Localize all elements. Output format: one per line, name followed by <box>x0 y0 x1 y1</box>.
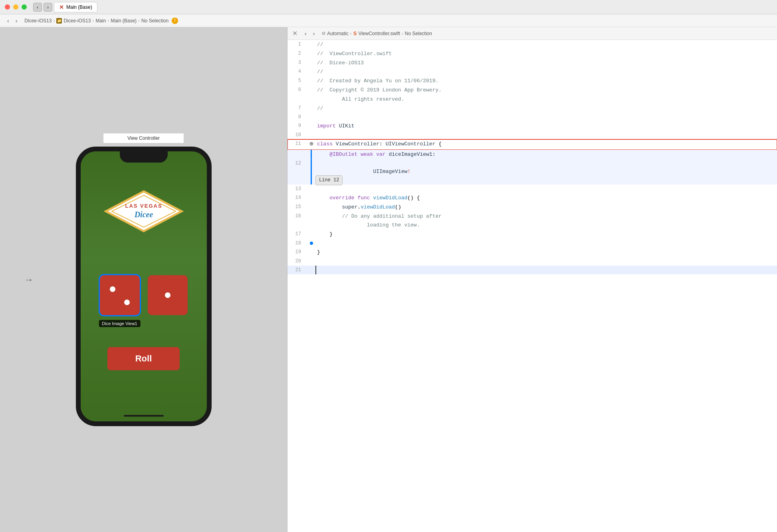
code-line-16b: loading the view. <box>287 220 777 230</box>
roll-button[interactable]: Roll <box>107 347 180 370</box>
gutter-7 <box>307 104 315 113</box>
dice-area: Dice Image View1 <box>100 275 188 315</box>
code-line-12b: 12 UIImageView! Line 12 <box>287 159 777 185</box>
code-4: // <box>315 67 777 76</box>
breadcrumb-item-1[interactable]: Dicee-iOS13 <box>24 18 52 24</box>
svg-text:Dicee: Dicee <box>134 210 153 219</box>
dice-label: Dice Image View1 <box>99 320 140 327</box>
breakpoint-dot <box>310 242 313 245</box>
code-line-10: 10 <box>287 131 777 139</box>
code-line-11: 11 ⊕ class ViewController: UIViewControl… <box>287 139 777 150</box>
ln-16: 16 <box>287 212 307 221</box>
close-button[interactable] <box>5 4 10 10</box>
ln-20: 20 <box>287 257 307 266</box>
gutter-9 <box>307 121 315 131</box>
breadcrumb-bar: ‹ › Dicee-iOS13 › 📁 Dicee-iOS13 › Main ›… <box>0 14 777 27</box>
add-icon[interactable]: ⊕ <box>309 139 313 150</box>
code-10 <box>315 131 777 139</box>
ln-21: 21 <box>287 266 307 274</box>
gutter-4 <box>307 67 315 76</box>
code-filename[interactable]: ViewController.swift <box>358 31 400 36</box>
code-back[interactable]: ‹ <box>302 30 309 38</box>
svg-text:LAS VEGAS: LAS VEGAS <box>125 203 162 209</box>
gutter-6b <box>307 95 315 104</box>
code-8 <box>315 113 777 121</box>
code-line-17: 17 } <box>287 230 777 239</box>
code-line-19: 19 } <box>287 248 777 257</box>
code-line-4: 4 // <box>287 67 777 76</box>
gutter-16b <box>307 220 315 230</box>
code-sep2: › <box>402 31 403 36</box>
phone-mockup: LAS VEGAS Dicee Dice Image View1 <box>76 147 212 426</box>
segue-arrow: → <box>24 274 34 285</box>
code-line-18: 18 <box>287 239 777 248</box>
swift-icon: S <box>353 30 357 36</box>
breadcrumb-item-4[interactable]: Main (Base) <box>111 18 137 24</box>
gutter-3 <box>307 58 315 67</box>
phone-container: View Controller LAS VEGAS Dicee <box>76 133 212 426</box>
nav-back[interactable]: ‹ <box>5 17 12 25</box>
window-controls[interactable] <box>5 4 27 10</box>
gutter-14 <box>307 193 315 202</box>
sep3: › <box>107 18 109 24</box>
gutter-13 <box>307 185 315 193</box>
code-panel: ✕ ‹ › ⊙ Automatic › S ViewController.swi… <box>287 27 777 532</box>
ln-6b <box>287 95 307 104</box>
ln-3: 3 <box>287 58 307 67</box>
code-15: super.viewDidLoad() <box>315 202 777 212</box>
dice-image-view1[interactable] <box>100 275 140 315</box>
tab-close-icon[interactable]: ✕ <box>59 4 64 10</box>
gutter-10 <box>307 131 315 139</box>
title-bar: ‹ › ✕ Main (Base) <box>0 0 777 14</box>
back-button[interactable]: ‹ <box>33 3 42 12</box>
gutter-17 <box>307 230 315 239</box>
code-line-1: 1 // <box>287 40 777 49</box>
sep1: › <box>53 18 55 24</box>
gutter-11[interactable]: ⊕ <box>307 139 315 150</box>
code-breadcrumb: ✕ ‹ › ⊙ Automatic › S ViewController.swi… <box>287 27 777 40</box>
ln-19: 19 <box>287 248 307 257</box>
ln-7: 7 <box>287 104 307 113</box>
view-controller-label: View Controller <box>103 133 184 143</box>
code-line-8: 8 <box>287 113 777 121</box>
nav-forward[interactable]: › <box>13 17 20 25</box>
active-tab[interactable]: ✕ Main (Base) <box>54 2 97 12</box>
editor-close[interactable]: ✕ <box>292 30 297 38</box>
sep4: › <box>138 18 140 24</box>
code-14: override func viewDidLoad() { <box>315 193 777 202</box>
gutter-19 <box>307 248 315 257</box>
code-noselection: No Selection <box>405 31 432 36</box>
ln-2: 2 <box>287 49 307 58</box>
maximize-button[interactable] <box>22 4 27 10</box>
code-5: // Created by Angela Yu on 11/06/2019. <box>315 76 777 85</box>
code-18 <box>315 239 777 248</box>
code-forward[interactable]: › <box>311 30 317 38</box>
breadcrumb-item-3[interactable]: Main <box>95 18 106 24</box>
code-line-16a: 16 // Do any additional setup after <box>287 212 777 221</box>
code-content[interactable]: 1 // 2 // ViewController.swift 3 // Dice… <box>287 40 777 532</box>
code-7: // <box>315 104 777 113</box>
forward-button[interactable]: › <box>44 3 52 12</box>
breadcrumb-item-2[interactable]: 📁 Dicee-iOS13 <box>56 18 91 24</box>
las-vegas-logo: LAS VEGAS Dicee <box>104 187 184 235</box>
ln-13: 13 <box>287 185 307 193</box>
ln-15: 15 <box>287 202 307 212</box>
dice-image-view2[interactable] <box>148 275 188 315</box>
gutter-18 <box>307 239 315 248</box>
code-nav[interactable]: ✕ ‹ › <box>292 30 317 38</box>
ln-11: 11 <box>287 139 307 150</box>
code-line-6a: 6 // Copyright © 2019 London App Brewery… <box>287 85 777 95</box>
die2-pip1 <box>165 292 170 298</box>
phone-content: LAS VEGAS Dicee Dice Image View1 <box>81 151 207 421</box>
gutter-20 <box>307 257 315 266</box>
gutter-6 <box>307 85 315 95</box>
ln-10: 10 <box>287 131 307 139</box>
gutter-5 <box>307 76 315 85</box>
ln-6: 6 <box>287 85 307 95</box>
minimize-button[interactable] <box>13 4 18 10</box>
storyboard-panel: → View Controller LAS VEGAS <box>0 27 287 532</box>
code-19: } <box>315 248 777 257</box>
breadcrumb-nav[interactable]: ‹ › <box>5 17 20 25</box>
ln-1: 1 <box>287 40 307 49</box>
ln-9: 9 <box>287 121 307 131</box>
